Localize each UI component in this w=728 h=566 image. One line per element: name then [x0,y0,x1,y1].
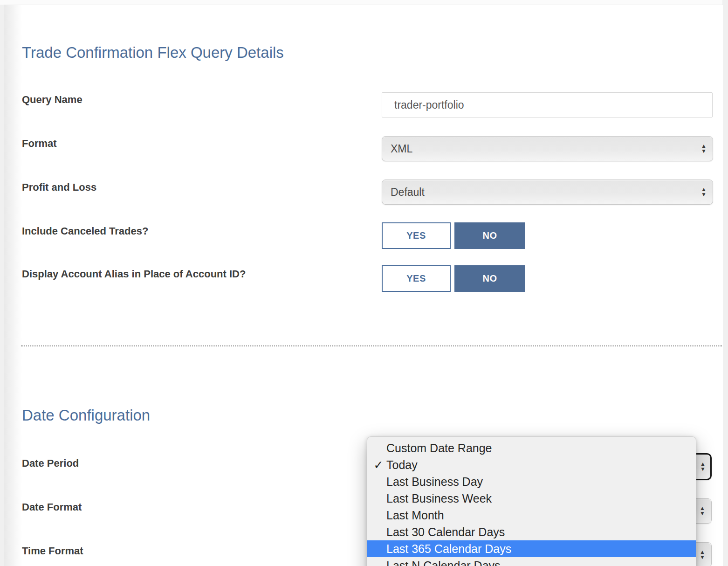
display-account-alias-label: Display Account Alias in Place of Accoun… [22,267,246,281]
format-select-value: XML [382,143,412,155]
menu-item-last-business-week[interactable]: Last Business Week [367,490,696,507]
menu-item-today[interactable]: ✓ Today [367,456,696,473]
stepper-icon: ▲▼ [700,550,705,560]
time-format-label: Time Format [22,544,83,558]
display-account-alias-no-button[interactable]: NO [454,265,525,292]
menu-item-last-month[interactable]: Last Month [367,507,696,524]
format-label: Format [22,137,57,151]
display-account-alias-yes-button[interactable]: YES [382,265,451,292]
page-title: Trade Confirmation Flex Query Details [22,44,284,62]
stepper-icon: ▲▼ [701,187,707,197]
stepper-icon: ▲▼ [700,506,705,516]
section-divider [21,345,722,346]
menu-item-last-30-calendar-days[interactable]: Last 30 Calendar Days [367,524,696,540]
stepper-icon: ▲▼ [700,462,706,472]
window-right-edge [723,0,728,566]
date-period-label: Date Period [22,456,79,470]
menu-item-custom-date-range[interactable]: Custom Date Range [367,440,696,456]
profit-and-loss-select[interactable]: Default ▲▼ [382,179,713,205]
format-select[interactable]: XML ▲▼ [382,136,713,161]
query-name-input[interactable] [382,92,713,117]
profit-and-loss-label: Profit and Loss [22,180,96,194]
stepper-icon: ▲▼ [701,144,707,154]
menu-item-last-365-calendar-days[interactable]: Last 365 Calendar Days [367,540,696,557]
panel-left-shadow [4,5,22,566]
date-configuration-title: Date Configuration [22,407,150,424]
date-period-dropdown-menu: Custom Date Range ✓ Today Last Business … [367,436,696,566]
window-top-edge [0,0,722,5]
query-name-label: Query Name [22,93,82,107]
menu-item-last-n-calendar-days[interactable]: Last N Calendar Days [367,557,696,566]
include-canceled-trades-yes-button[interactable]: YES [382,222,451,249]
menu-item-last-business-day[interactable]: Last Business Day [367,473,696,490]
date-format-label: Date Format [22,500,82,514]
include-canceled-trades-label: Include Canceled Trades? [22,224,148,238]
checkmark-icon: ✓ [371,456,385,473]
include-canceled-trades-no-button[interactable]: NO [454,222,525,249]
profit-and-loss-select-value: Default [382,186,425,199]
